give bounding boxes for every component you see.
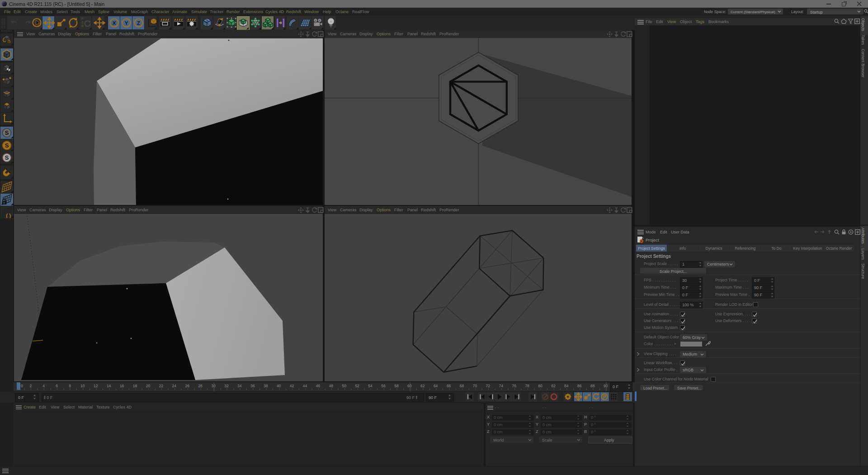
svg-text:S: S xyxy=(5,154,9,161)
svg-text:Z: Z xyxy=(137,20,140,26)
svg-text:S: S xyxy=(5,142,9,149)
svg-text:Y: Y xyxy=(124,20,128,26)
svg-text:): ) xyxy=(9,212,11,218)
svg-text:(: ( xyxy=(6,212,8,218)
svg-text:P: P xyxy=(603,394,606,399)
svg-text:S: S xyxy=(5,129,9,136)
svg-text:X: X xyxy=(112,20,116,26)
